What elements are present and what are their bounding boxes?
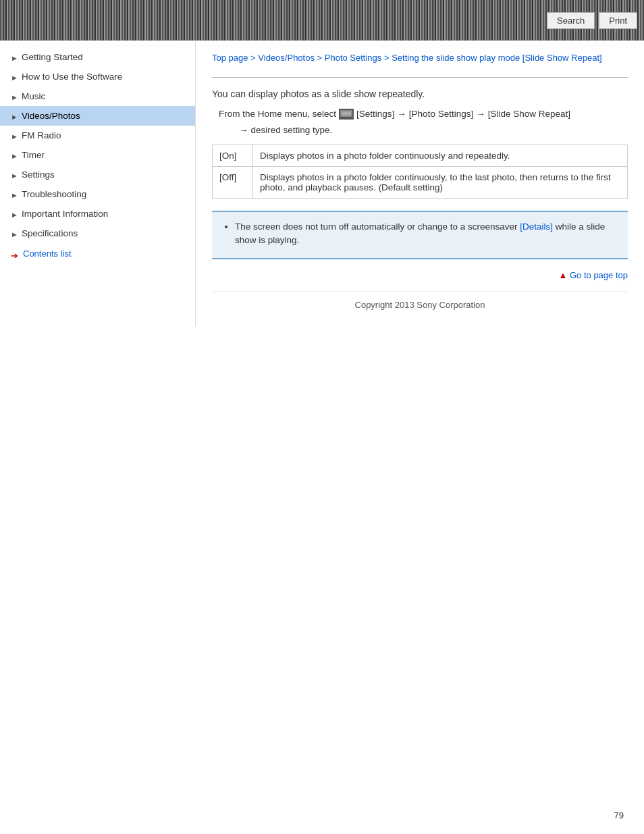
chevron-right-icon: ►	[11, 74, 18, 80]
sidebar-item-troubleshooting[interactable]: ► Troubleshooting	[0, 184, 195, 204]
sub-instruction-line: → desired setting type.	[239, 125, 628, 135]
copyright-text: Copyright 2013 Sony Corporation	[355, 300, 485, 310]
contents-list-link[interactable]: Contents list	[0, 243, 195, 264]
instruction-prefix: From the Home menu, select	[219, 109, 336, 119]
chevron-right-icon: ►	[11, 172, 18, 178]
settings-icon-group	[339, 109, 354, 120]
breadcrumb-sep2: >	[315, 53, 325, 63]
breadcrumb: Top page > Videos/Photos > Photo Setting…	[212, 51, 628, 65]
instruction-slide-show: [Slide Show Repeat]	[488, 109, 570, 119]
details-link[interactable]: [Details]	[520, 221, 553, 232]
chevron-right-icon: ►	[11, 230, 18, 237]
sidebar-item-how-to-use-software[interactable]: ► How to Use the Software	[0, 67, 195, 86]
page-number: 79	[614, 810, 624, 820]
instruction-arrow1: →	[397, 109, 406, 119]
breadcrumb-level2[interactable]: Photo Settings	[325, 53, 382, 63]
sidebar-item-label: Timer	[22, 150, 45, 160]
chevron-right-icon: ►	[11, 132, 18, 139]
go-to-page-top-link[interactable]: Go to page top	[559, 270, 628, 280]
sidebar-item-label: How to Use the Software	[22, 72, 122, 82]
sub-instruction-text: desired setting type.	[251, 125, 333, 135]
sidebar: ► Getting Started ► How to Use the Softw…	[0, 41, 196, 326]
print-button[interactable]: Print	[599, 12, 637, 29]
sidebar-item-label: Videos/Photos	[22, 111, 80, 121]
chevron-right-icon: ►	[11, 191, 18, 198]
instruction-arrow2: →	[476, 109, 485, 119]
instruction-photo-settings: [Photo Settings]	[409, 109, 473, 119]
main-content: Top page > Videos/Photos > Photo Setting…	[196, 41, 644, 326]
note-box: The screen does not turn off automatical…	[212, 211, 628, 260]
breadcrumb-current: Setting the slide show play mode [Slide …	[392, 53, 601, 63]
note-list-item: The screen does not turn off automatical…	[235, 220, 617, 248]
sidebar-item-fm-radio[interactable]: ► FM Radio	[0, 126, 195, 145]
sidebar-item-label: Important Information	[22, 209, 108, 219]
table-cell-value: Displays photos in a photo folder contin…	[253, 166, 628, 198]
note-list: The screen does not turn off automatical…	[223, 220, 617, 248]
page-top-container: Go to page top	[212, 270, 628, 280]
chevron-right-icon: ►	[11, 93, 18, 100]
sidebar-item-timer[interactable]: ► Timer	[0, 145, 195, 165]
sidebar-item-label: FM Radio	[22, 130, 61, 140]
sub-instruction-arrow: →	[239, 125, 248, 135]
note-text-before: The screen does not turn off automatical…	[235, 221, 520, 232]
table-cell-key: [On]	[213, 145, 253, 166]
sidebar-item-videos-photos[interactable]: ► Videos/Photos	[0, 106, 195, 126]
breadcrumb-sep3: >	[381, 53, 392, 63]
instruction-settings: [Settings]	[356, 109, 394, 119]
sidebar-item-label: Settings	[22, 170, 55, 180]
table-cell-key: [Off]	[213, 166, 253, 198]
sidebar-item-label: Specifications	[22, 228, 78, 238]
description-text: You can display photos as a slide show r…	[212, 88, 628, 99]
chevron-right-icon: ►	[11, 152, 18, 159]
table-row: [Off] Displays photos in a photo folder …	[213, 166, 628, 198]
breadcrumb-sep1: >	[248, 53, 259, 63]
sidebar-item-music[interactable]: ► Music	[0, 86, 195, 106]
footer: Copyright 2013 Sony Corporation	[212, 291, 628, 315]
breadcrumb-top[interactable]: Top page	[212, 53, 248, 63]
sidebar-item-important-information[interactable]: ► Important Information	[0, 204, 195, 224]
sidebar-item-getting-started[interactable]: ► Getting Started	[0, 47, 195, 67]
instruction-line: From the Home menu, select [Settings] → …	[219, 109, 628, 120]
sidebar-item-label: Music	[22, 91, 45, 101]
header-bar: Search Print	[0, 0, 644, 41]
sidebar-item-label: Getting Started	[22, 52, 83, 62]
home-settings-icon	[339, 109, 354, 120]
table-row: [On] Displays photos in a photo folder c…	[213, 145, 628, 166]
search-button[interactable]: Search	[547, 12, 595, 29]
divider	[212, 77, 628, 78]
contents-list-label: Contents list	[23, 249, 72, 259]
chevron-right-icon: ►	[11, 113, 18, 120]
sidebar-item-specifications[interactable]: ► Specifications	[0, 224, 195, 243]
table-cell-value: Displays photos in a photo folder contin…	[253, 145, 628, 166]
page-layout: ► Getting Started ► How to Use the Softw…	[0, 41, 644, 326]
sidebar-item-label: Troubleshooting	[22, 189, 86, 199]
arrow-right-icon	[11, 251, 20, 257]
svg-rect-2	[342, 111, 351, 115]
chevron-right-icon: ►	[11, 54, 18, 61]
breadcrumb-level1[interactable]: Videos/Photos	[258, 53, 315, 63]
settings-table: [On] Displays photos in a photo folder c…	[212, 145, 628, 199]
sidebar-item-settings[interactable]: ► Settings	[0, 165, 195, 184]
chevron-right-icon: ►	[11, 211, 18, 217]
